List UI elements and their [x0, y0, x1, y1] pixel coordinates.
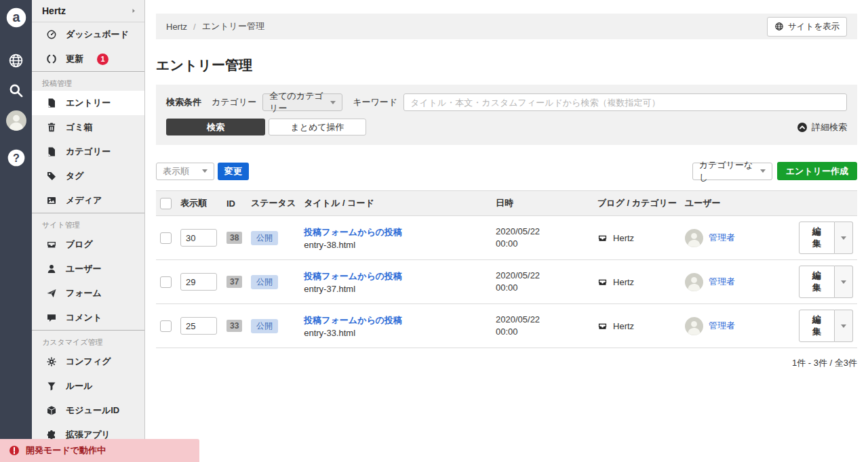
- edit-button[interactable]: 編集: [799, 222, 835, 254]
- cell-checkbox: [156, 260, 176, 304]
- page-title: エントリー管理: [156, 56, 857, 75]
- svg-text:a: a: [12, 9, 20, 24]
- user-cell: 管理者: [685, 229, 791, 247]
- cell-blog: Hertz: [593, 216, 681, 260]
- cell-id: 38: [222, 216, 247, 260]
- sidebar-item-comment[interactable]: コメント: [32, 306, 144, 330]
- category-select-value: 全てのカテゴリー: [269, 90, 325, 114]
- sidebar-item-dashboard[interactable]: ダッシュボード: [32, 22, 144, 47]
- edit-button[interactable]: 編集: [799, 266, 835, 298]
- dev-mode-notice-text: 開発モードで動作中: [26, 444, 106, 457]
- sort-order-input[interactable]: [180, 317, 217, 335]
- status-badge: 公開: [251, 231, 278, 245]
- sidebar-item-label: ユーザー: [66, 263, 102, 275]
- entry-title-link[interactable]: 投稿フォームからの投稿: [304, 226, 488, 238]
- user-avatar: [685, 317, 703, 335]
- dev-mode-notice: 開発モードで動作中: [0, 439, 199, 462]
- breadcrumb-home-link[interactable]: Hertz: [166, 22, 187, 32]
- blog-link[interactable]: Hertz: [597, 321, 677, 331]
- dashboard-icon: [46, 29, 57, 40]
- edit-button[interactable]: 編集: [799, 310, 835, 342]
- sidebar-item-label: ルール: [66, 380, 93, 392]
- sidebar-item-module-id[interactable]: モジュールID: [32, 398, 144, 423]
- user-link[interactable]: 管理者: [709, 276, 735, 288]
- sidebar-site-switcher[interactable]: Hertz: [32, 0, 144, 22]
- select-all-checkbox[interactable]: [160, 198, 172, 209]
- chevron-down-icon: [841, 324, 846, 328]
- keyword-input[interactable]: [403, 93, 847, 111]
- cell-datetime: 2020/05/2200:00: [492, 216, 593, 260]
- sidebar-item-user[interactable]: ユーザー: [32, 257, 144, 281]
- sort-order-input[interactable]: [180, 229, 217, 247]
- entry-title-link[interactable]: 投稿フォームからの投稿: [304, 314, 488, 327]
- sidebar-item-label: ブログ: [66, 238, 93, 251]
- help-icon[interactable]: ?: [7, 149, 25, 167]
- sidebar-item-rule[interactable]: ルール: [32, 374, 144, 398]
- entry-time: 00:00: [496, 282, 589, 294]
- cell-user: 管理者: [681, 216, 795, 260]
- sidebar-section-heading: サイト管理: [32, 213, 144, 232]
- sidebar-item-category[interactable]: カテゴリー: [32, 140, 144, 164]
- entry-code: entry-33.html: [304, 328, 488, 338]
- cell-checkbox: [156, 304, 176, 348]
- search-button[interactable]: 検索: [166, 119, 265, 135]
- user-link[interactable]: 管理者: [709, 320, 735, 332]
- row-checkbox[interactable]: [160, 232, 172, 244]
- sidebar-item-config[interactable]: コンフィグ: [32, 350, 144, 374]
- view-site-button[interactable]: サイトを表示: [767, 17, 847, 37]
- bulk-action-button[interactable]: まとめて操作: [269, 119, 366, 135]
- icon-rail: a ?: [0, 0, 32, 462]
- entry-date: 2020/05/22: [496, 314, 589, 326]
- sidebar-item-tag[interactable]: タグ: [32, 164, 144, 188]
- entry-code: entry-37.html: [304, 284, 488, 294]
- app-logo-icon[interactable]: a: [6, 7, 26, 28]
- row-checkbox[interactable]: [160, 276, 172, 288]
- sort-mode-select[interactable]: 表示順: [156, 163, 214, 180]
- sort-order-input[interactable]: [180, 273, 217, 291]
- cell-edit: 編集: [795, 260, 857, 304]
- sidebar-item-media[interactable]: メディア: [32, 188, 144, 213]
- sidebar-item-label: エントリー: [66, 97, 111, 109]
- create-entry-button[interactable]: エントリー作成: [777, 162, 857, 180]
- advanced-search-link[interactable]: 詳細検索: [797, 121, 847, 133]
- blog-link[interactable]: Hertz: [597, 277, 677, 287]
- blog-icon: [46, 239, 57, 250]
- row-checkbox[interactable]: [160, 320, 172, 332]
- cell-sort: [176, 260, 222, 304]
- cell-blog: Hertz: [593, 260, 681, 304]
- sidebar: Hertz ダッシュボード更新1投稿管理エントリーゴミ箱カテゴリータグメディアサ…: [32, 0, 145, 462]
- table-header-row: 表示順 ID ステータス タイトル / コード 日時 ブログ / カテゴリー ユ…: [156, 191, 857, 216]
- media-icon: [46, 195, 57, 206]
- edit-dropdown-button[interactable]: [835, 222, 853, 254]
- edit-dropdown-button[interactable]: [835, 266, 853, 298]
- entry-code: entry-38.html: [304, 240, 488, 250]
- user-avatar: [685, 229, 703, 247]
- sidebar-item-form[interactable]: フォーム: [32, 281, 144, 306]
- create-category-select[interactable]: カテゴリーなし: [692, 163, 772, 180]
- keyword-label: キーワード: [353, 96, 397, 108]
- sidebar-item-entry[interactable]: エントリー: [32, 91, 144, 115]
- site-globe-icon[interactable]: [8, 53, 24, 68]
- sidebar-item-blog[interactable]: ブログ: [32, 232, 144, 257]
- exclamation-icon: [9, 445, 20, 456]
- result-summary: 1件 - 3件 / 全3件: [156, 357, 857, 369]
- tag-icon: [46, 171, 57, 182]
- sidebar-group: サイト管理ブログユーザーフォームコメント: [32, 213, 144, 330]
- sidebar-item-update[interactable]: 更新1: [32, 47, 144, 71]
- cell-datetime: 2020/05/2200:00: [492, 304, 593, 348]
- cell-id: 33: [222, 304, 247, 348]
- edit-button-group: 編集: [799, 266, 853, 298]
- config-icon: [46, 356, 57, 367]
- entry-title-link[interactable]: 投稿フォームからの投稿: [304, 270, 488, 282]
- apply-sort-button[interactable]: 変更: [218, 163, 249, 180]
- blog-link[interactable]: Hertz: [597, 233, 677, 243]
- sidebar-item-trash[interactable]: ゴミ箱: [32, 115, 144, 140]
- chevron-down-icon: [202, 169, 208, 173]
- user-link[interactable]: 管理者: [709, 232, 735, 244]
- category-select[interactable]: 全てのカテゴリー: [262, 93, 342, 111]
- cell-edit: 編集: [795, 304, 857, 348]
- search-icon[interactable]: [8, 83, 24, 98]
- edit-dropdown-button[interactable]: [835, 310, 853, 342]
- account-avatar-icon[interactable]: [6, 110, 26, 131]
- status-badge: 公開: [251, 319, 278, 333]
